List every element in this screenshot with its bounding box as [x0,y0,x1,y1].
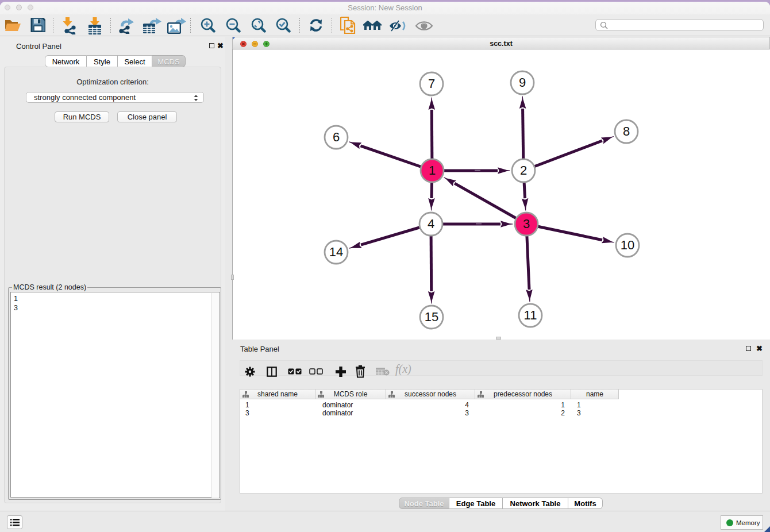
svg-text:2: 2 [520,163,527,178]
svg-text:10: 10 [621,238,634,252]
svg-text:6: 6 [333,130,340,144]
svg-text:15: 15 [425,310,438,324]
svg-text:9: 9 [519,75,526,90]
svg-text:7: 7 [428,76,435,91]
svg-text:11: 11 [524,308,537,322]
svg-text:1: 1 [429,163,436,178]
svg-text:3: 3 [523,217,530,231]
svg-text:14: 14 [329,245,343,259]
svg-text:8: 8 [623,124,630,138]
svg-text:4: 4 [428,217,434,231]
